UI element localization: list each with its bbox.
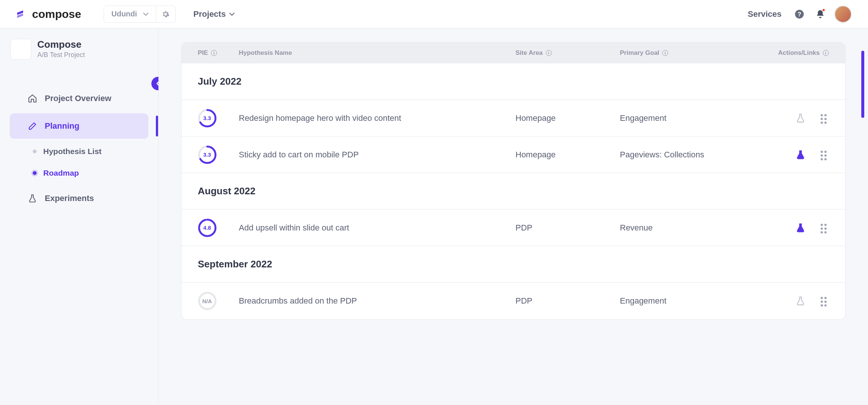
roadmap-table: PIEi Hypothesis Name Site Areai Primary … xyxy=(182,43,845,319)
flask-icon[interactable] xyxy=(795,223,806,233)
site-area: PDP xyxy=(516,296,620,306)
table-row[interactable]: 4.8 Add upsell within slide out cart PDP… xyxy=(182,210,845,246)
pie-score: 3.3 xyxy=(198,109,217,128)
th-area: Site Areai xyxy=(516,49,620,57)
svg-text:?: ? xyxy=(798,10,801,17)
chevron-down-icon xyxy=(229,12,235,16)
info-icon[interactable]: i xyxy=(823,50,829,56)
site-area: Homepage xyxy=(516,150,620,160)
org-name: Udundi xyxy=(111,10,137,18)
drag-handle[interactable] xyxy=(821,151,829,159)
dot-icon xyxy=(33,171,37,175)
dot-icon xyxy=(33,150,37,153)
user-avatar[interactable] xyxy=(834,6,852,23)
sidebar-subitem-hypothesis[interactable]: Hypothesis List xyxy=(10,142,148,160)
notification-dot xyxy=(822,8,825,12)
table-row[interactable]: 3.3 Sticky add to cart on mobile PDP Hom… xyxy=(182,136,845,173)
info-icon[interactable]: i xyxy=(211,50,217,56)
primary-goal: Revenue xyxy=(620,223,754,233)
th-goal: Primary Goali xyxy=(620,49,754,57)
nav-services[interactable]: Services xyxy=(748,9,781,19)
primary-goal: Engagement xyxy=(620,296,754,306)
site-area: PDP xyxy=(516,223,620,233)
pie-score: 3.3 xyxy=(198,145,217,164)
home-icon xyxy=(28,94,37,103)
sidebar-item-overview[interactable]: Project Overview xyxy=(10,86,148,111)
sidebar-item-planning[interactable]: Planning xyxy=(10,113,148,139)
chevron-down-icon xyxy=(143,12,148,16)
month-header: August 2022 xyxy=(182,173,845,210)
sidebar-item-experiments[interactable]: Experiments xyxy=(10,186,148,211)
hypothesis-name: Sticky add to cart on mobile PDP xyxy=(239,150,516,160)
project-title: Compose xyxy=(37,39,85,50)
sidebar-item-label: Planning xyxy=(45,121,79,131)
primary-goal: Pageviews: Collections xyxy=(620,150,754,160)
logo-icon xyxy=(16,10,28,19)
gear-icon xyxy=(161,10,170,18)
flask-icon[interactable] xyxy=(795,113,806,123)
notifications-button[interactable] xyxy=(814,7,827,21)
primary-goal: Engagement xyxy=(620,113,754,123)
topbar: compose Udundi Projects Services ? xyxy=(0,0,868,28)
hypothesis-name: Breadcrumbs added on the PDP xyxy=(239,296,516,306)
app-body: Compose A/B Test Project Project Overvie… xyxy=(0,28,868,405)
svg-point-7 xyxy=(199,220,216,236)
site-area: Homepage xyxy=(516,113,620,123)
edit-icon xyxy=(28,121,37,131)
sidebar-subitem-label: Roadmap xyxy=(43,169,79,178)
table-header: PIEi Hypothesis Name Site Areai Primary … xyxy=(182,43,845,63)
th-pie: PIEi xyxy=(198,49,239,57)
sidebar-subitem-roadmap[interactable]: Roadmap xyxy=(10,164,148,182)
info-icon[interactable]: i xyxy=(662,50,668,56)
drag-handle[interactable] xyxy=(821,114,829,122)
nav-projects-label: Projects xyxy=(194,9,226,19)
nav-projects[interactable]: Projects xyxy=(194,9,235,19)
sidebar-item-label: Project Overview xyxy=(45,94,111,103)
sidebar-subitem-label: Hypothesis List xyxy=(43,147,101,156)
month-header: September 2022 xyxy=(182,246,845,283)
project-subtitle: A/B Test Project xyxy=(37,51,85,59)
project-header: Compose A/B Test Project xyxy=(0,39,158,71)
flask-icon[interactable] xyxy=(795,150,806,160)
help-icon: ? xyxy=(794,9,805,19)
brand-text: compose xyxy=(32,8,81,21)
hypothesis-name: Redesign homepage hero with video conten… xyxy=(239,113,516,123)
month-header: July 2022 xyxy=(182,63,845,100)
main-content: PIEi Hypothesis Name Site Areai Primary … xyxy=(158,28,868,405)
org-settings-button[interactable] xyxy=(156,6,176,23)
org-switcher[interactable]: Udundi xyxy=(104,6,156,23)
th-name: Hypothesis Name xyxy=(239,49,516,57)
org-switcher-group: Udundi xyxy=(104,6,176,23)
drag-handle[interactable] xyxy=(821,297,829,305)
sidebar-item-label: Experiments xyxy=(45,194,94,203)
svg-point-8 xyxy=(199,293,216,309)
help-button[interactable]: ? xyxy=(793,7,806,21)
sidebar: Compose A/B Test Project Project Overvie… xyxy=(0,28,158,405)
table-row[interactable]: N/A Breadcrumbs added on the PDP PDP Eng… xyxy=(182,283,845,319)
logo[interactable]: compose xyxy=(16,8,81,21)
pie-score: 4.8 xyxy=(198,219,217,237)
hypothesis-name: Add upsell within slide out cart xyxy=(239,223,516,233)
scrollbar-thumb[interactable] xyxy=(861,51,864,118)
flask-icon[interactable] xyxy=(795,296,806,306)
project-thumbnail xyxy=(10,39,31,60)
sidebar-nav: Project Overview Planning Hypothesis Lis… xyxy=(0,86,158,211)
th-actions: Actions/Linksi xyxy=(754,49,829,57)
table-row[interactable]: 3.3 Redesign homepage hero with video co… xyxy=(182,100,845,136)
pie-score: N/A xyxy=(198,292,217,310)
drag-handle[interactable] xyxy=(821,224,829,232)
info-icon[interactable]: i xyxy=(546,50,552,56)
flask-icon xyxy=(28,194,37,203)
